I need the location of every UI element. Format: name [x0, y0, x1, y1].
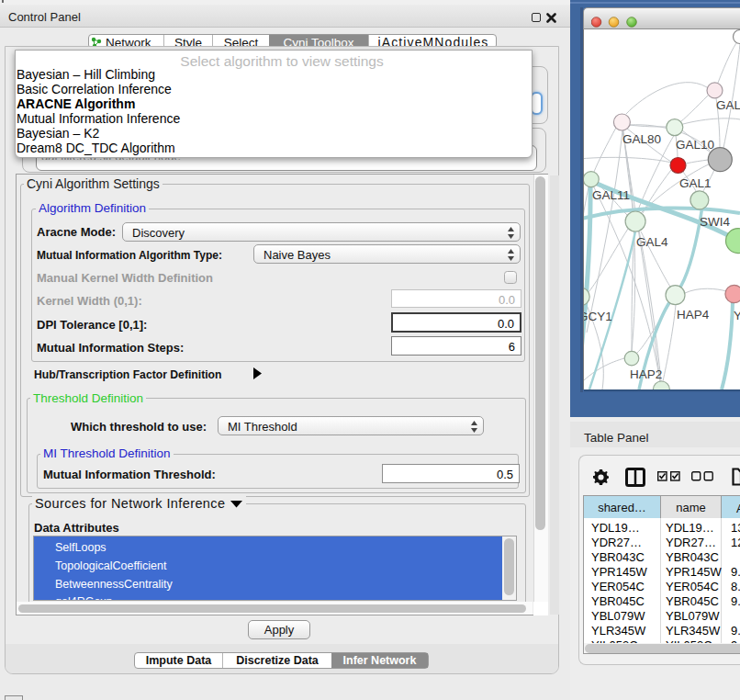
svg-text:SWI4: SWI4: [700, 215, 730, 229]
svg-text:GAL10: GAL10: [676, 138, 714, 152]
svg-text:GAL7: GAL7: [716, 98, 740, 112]
svg-text:Y: Y: [734, 309, 740, 322]
svg-text:GAL4: GAL4: [636, 235, 668, 249]
svg-text:GCY1: GCY1: [584, 310, 612, 323]
svg-text:GAL80: GAL80: [622, 132, 661, 146]
svg-text:GAL11: GAL11: [592, 188, 630, 202]
svg-text:GAL1: GAL1: [679, 176, 712, 190]
svg-text:HAP2: HAP2: [630, 367, 662, 381]
svg-text:HAP4: HAP4: [677, 308, 710, 322]
